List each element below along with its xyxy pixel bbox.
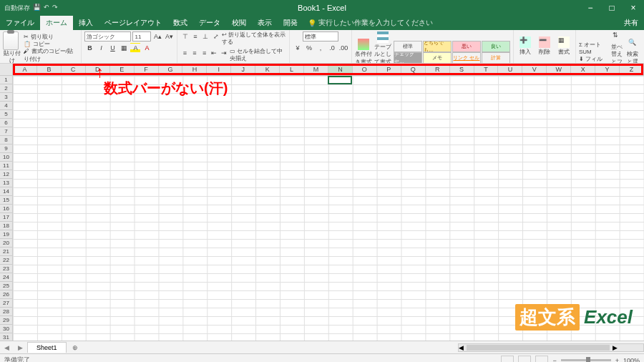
- row-header[interactable]: 4: [0, 102, 12, 110]
- row-header[interactable]: 24: [0, 273, 12, 282]
- autosave-toggle[interactable]: 自動保存: [4, 4, 30, 13]
- dec-decimal-icon[interactable]: .00: [338, 43, 348, 53]
- column-header-W[interactable]: W: [547, 64, 571, 75]
- tab-developer[interactable]: 開発: [278, 16, 303, 30]
- row-header[interactable]: 14: [0, 187, 12, 196]
- column-header-G[interactable]: G: [159, 64, 183, 75]
- row-header[interactable]: 17: [0, 213, 12, 222]
- format-cell-button[interactable]: ▦書式: [555, 36, 572, 56]
- align-top-icon[interactable]: ⊤: [180, 31, 189, 41]
- tab-review[interactable]: 校閲: [226, 16, 252, 30]
- column-header-V[interactable]: V: [522, 64, 547, 75]
- column-header-B[interactable]: B: [37, 64, 62, 75]
- column-header-X[interactable]: X: [571, 64, 595, 75]
- style-memo[interactable]: メモ: [423, 52, 452, 64]
- column-header-U[interactable]: U: [498, 64, 522, 75]
- column-header-Y[interactable]: Y: [595, 64, 620, 75]
- wrap-text-button[interactable]: ↩ 折り返して全体を表示する: [222, 31, 286, 47]
- column-header-L[interactable]: L: [280, 64, 304, 75]
- style-check[interactable]: チェック セ…: [394, 52, 422, 64]
- row-header[interactable]: 6: [0, 119, 12, 127]
- border-button[interactable]: ▦: [119, 43, 129, 53]
- spreadsheet-grid[interactable]: 1234567891011121314151617181920212223242…: [0, 76, 644, 341]
- share-button[interactable]: 共有: [618, 16, 644, 30]
- sheet-nav-next[interactable]: ▶: [14, 344, 27, 351]
- row-header[interactable]: 25: [0, 282, 12, 290]
- currency-icon[interactable]: ¥: [293, 43, 303, 53]
- font-size-select[interactable]: 11: [132, 31, 151, 41]
- column-header-R[interactable]: R: [426, 64, 450, 75]
- row-header[interactable]: 11: [0, 162, 12, 170]
- row-header[interactable]: 26: [0, 290, 12, 299]
- undo-icon[interactable]: ↶: [44, 4, 49, 13]
- select-all-corner[interactable]: [0, 64, 13, 75]
- view-layout-icon[interactable]: [518, 356, 531, 363]
- delete-cell-button[interactable]: ➖削除: [536, 36, 553, 56]
- row-header[interactable]: 9: [0, 145, 12, 153]
- cell-area[interactable]: [13, 76, 644, 341]
- column-header-J[interactable]: J: [231, 64, 255, 75]
- tab-data[interactable]: データ: [193, 16, 226, 30]
- tab-insert[interactable]: 挿入: [73, 16, 99, 30]
- tab-formulas[interactable]: 数式: [167, 16, 193, 30]
- row-header[interactable]: 7: [0, 127, 12, 136]
- tab-pagelayout[interactable]: ページレイアウト: [99, 16, 167, 30]
- tab-view[interactable]: 表示: [252, 16, 278, 30]
- row-header[interactable]: 15: [0, 196, 12, 205]
- increase-font-icon[interactable]: A▴: [152, 31, 162, 41]
- fill-color-button[interactable]: A: [130, 43, 140, 53]
- column-header-A[interactable]: A: [13, 64, 37, 75]
- column-header-P[interactable]: P: [377, 64, 401, 75]
- style-normal[interactable]: 標準: [394, 41, 422, 52]
- row-header[interactable]: 28: [0, 308, 12, 316]
- row-header[interactable]: 16: [0, 205, 12, 213]
- zoom-out-button[interactable]: −: [552, 357, 556, 363]
- add-sheet-button[interactable]: ⊕: [67, 344, 84, 351]
- minimize-button[interactable]: −: [580, 0, 601, 16]
- copy-button[interactable]: 📋 コピー: [24, 41, 78, 48]
- row-header[interactable]: 2: [0, 84, 12, 93]
- column-header-M[interactable]: M: [304, 64, 328, 75]
- row-header[interactable]: 13: [0, 179, 12, 187]
- align-middle-icon[interactable]: ≡: [191, 31, 200, 41]
- view-normal-icon[interactable]: [501, 356, 514, 363]
- row-header[interactable]: 12: [0, 170, 12, 179]
- zoom-in-button[interactable]: +: [615, 357, 619, 363]
- view-break-icon[interactable]: [535, 356, 548, 363]
- style-neutral[interactable]: どちらでも…: [423, 41, 452, 52]
- format-painter-button[interactable]: 🖌 書式のコピー/貼り付け: [24, 48, 78, 63]
- save-icon[interactable]: 💾: [33, 4, 41, 13]
- merge-button[interactable]: ▭ セルを結合して中央揃え: [230, 48, 286, 63]
- redo-icon[interactable]: ↷: [52, 4, 58, 13]
- format-as-table-button[interactable]: テーブルとして書式設定: [374, 31, 391, 64]
- align-right-icon[interactable]: ≡: [200, 48, 209, 58]
- fill-button[interactable]: ⬇ フィル: [579, 56, 609, 63]
- font-name-select[interactable]: 游ゴシック: [84, 31, 131, 41]
- column-header-N[interactable]: N: [328, 64, 353, 75]
- row-header[interactable]: 20: [0, 239, 12, 248]
- cut-button[interactable]: ✂ 切り取り: [24, 34, 78, 41]
- row-header[interactable]: 31: [0, 333, 12, 341]
- column-header-S[interactable]: S: [450, 64, 474, 75]
- comma-icon[interactable]: ,: [316, 43, 326, 53]
- row-header[interactable]: 30: [0, 325, 12, 333]
- column-header-Z[interactable]: Z: [620, 64, 644, 75]
- align-bottom-icon[interactable]: ⊥: [201, 31, 210, 41]
- tab-file[interactable]: ファイル: [0, 16, 40, 30]
- style-calc[interactable]: 計算: [482, 52, 510, 64]
- column-header-Q[interactable]: Q: [401, 64, 426, 75]
- sheet-nav-prev[interactable]: ◀: [0, 344, 14, 351]
- style-good[interactable]: 良い: [482, 41, 510, 52]
- zoom-level[interactable]: 100%: [623, 357, 640, 363]
- orientation-icon[interactable]: ⤢: [211, 31, 220, 41]
- column-header-C[interactable]: C: [62, 64, 86, 75]
- row-header[interactable]: 23: [0, 265, 12, 273]
- close-button[interactable]: ×: [623, 0, 644, 16]
- inc-decimal-icon[interactable]: .0: [327, 43, 337, 53]
- insert-cell-button[interactable]: ➕挿入: [517, 36, 534, 56]
- column-header-T[interactable]: T: [474, 64, 499, 75]
- align-left-icon[interactable]: ≡: [180, 48, 189, 58]
- tell-me-box[interactable]: 💡実行したい作業を入力してください: [308, 16, 433, 30]
- row-header[interactable]: 5: [0, 110, 12, 119]
- style-link[interactable]: リンク セル: [452, 52, 481, 64]
